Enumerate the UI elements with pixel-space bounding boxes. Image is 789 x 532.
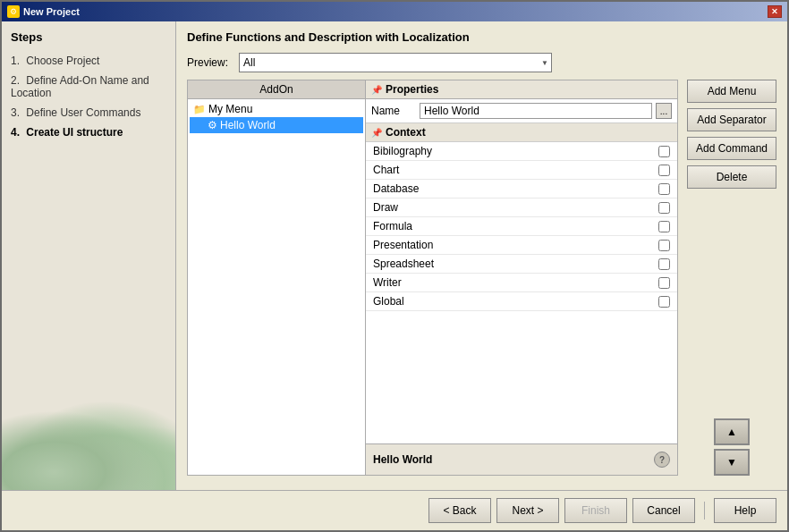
step-3-num: 3.: [11, 106, 20, 119]
context-row-database: Database: [366, 180, 677, 198]
context-draw-label: Draw: [373, 201, 658, 214]
tables-row: AddOn 📁 My Menu ⚙ Hello World: [187, 80, 776, 476]
command-icon: ⚙: [208, 119, 217, 131]
addon-panel: AddOn 📁 My Menu ⚙ Hello World: [187, 80, 366, 476]
context-table: Bibilography Chart Database Draw: [366, 142, 677, 443]
context-row-chart: Chart: [366, 161, 677, 180]
context-global-checkbox[interactable]: [658, 296, 670, 308]
context-global-label: Global: [373, 295, 658, 308]
context-section: 📌 Context: [366, 123, 677, 142]
step-2: 2. Define Add-On Name and Location: [11, 74, 166, 99]
context-row-draw: Draw: [366, 198, 677, 217]
preview-select[interactable]: All: [239, 53, 552, 72]
tree-folder-label: My Menu: [208, 103, 252, 115]
description-area: Hello World ?: [366, 443, 677, 475]
content-area: Steps 1. Choose Project 2. Define Add-On…: [2, 21, 787, 490]
step-3: 3. Define User Commands: [11, 106, 166, 119]
addon-content: 📁 My Menu ⚙ Hello World: [188, 99, 365, 475]
context-writer-checkbox[interactable]: [658, 277, 670, 289]
step-4: 4. Create UI structure: [11, 126, 166, 139]
cancel-button[interactable]: Cancel: [632, 498, 695, 523]
preview-select-wrapper: All: [239, 53, 552, 72]
tree-child-item[interactable]: ⚙ Hello World: [190, 117, 363, 133]
delete-button[interactable]: Delete: [687, 165, 776, 189]
context-row-formula: Formula: [366, 217, 677, 236]
window-title: New Project: [23, 6, 80, 17]
context-chart-label: Chart: [373, 164, 658, 176]
description-help-button[interactable]: ?: [654, 452, 670, 468]
prop-name-label: Name: [371, 105, 416, 117]
properties-title: Properties: [386, 83, 438, 96]
context-row-spreadsheet: Spreadsheet: [366, 255, 677, 274]
properties-name-row: Name ...: [366, 99, 677, 123]
context-spreadsheet-label: Spreadsheet: [373, 258, 658, 270]
folder-icon: 📁: [193, 104, 206, 115]
sidebar-title: Steps: [11, 30, 166, 44]
arrow-buttons: ▲ ▼: [687, 418, 776, 476]
context-label: Context: [386, 126, 426, 139]
preview-label: Preview:: [187, 56, 232, 69]
step-2-label: Define Add-On Name and Location: [11, 74, 149, 99]
window-icon: ⚙: [7, 5, 20, 18]
description-text: Hello World: [373, 453, 432, 466]
properties-panel: 📌 Properties Name ... 📌 Context: [366, 80, 678, 476]
pin-icon: 📌: [371, 85, 382, 95]
sidebar-decoration: [2, 401, 175, 490]
add-menu-button[interactable]: Add Menu: [687, 80, 776, 103]
preview-row: Preview: All: [187, 53, 776, 72]
finish-button[interactable]: Finish: [564, 498, 627, 523]
bottom-bar: < Back Next > Finish Cancel Help: [2, 490, 787, 530]
context-row-bibliography: Bibilography: [366, 142, 677, 161]
step-4-label: Create UI structure: [26, 126, 123, 139]
move-up-button[interactable]: ▲: [714, 418, 750, 445]
move-down-button[interactable]: ▼: [714, 449, 750, 476]
context-bibliography-checkbox[interactable]: [658, 146, 670, 157]
section-title: Define Functions and Description with Lo…: [187, 30, 776, 44]
separator: [704, 502, 705, 519]
step-3-label: Define User Commands: [26, 106, 140, 119]
context-presentation-label: Presentation: [373, 239, 658, 251]
context-database-checkbox[interactable]: [658, 183, 670, 195]
context-database-label: Database: [373, 182, 658, 195]
context-chart-checkbox[interactable]: [658, 165, 670, 176]
context-row-writer: Writer: [366, 274, 677, 292]
context-spreadsheet-checkbox[interactable]: [658, 258, 670, 270]
title-bar: ⚙ New Project ✕: [2, 2, 787, 21]
step-1: 1. Choose Project: [11, 55, 166, 67]
prop-name-input[interactable]: [420, 103, 652, 119]
context-writer-label: Writer: [373, 276, 658, 289]
step-2-num: 2.: [11, 74, 20, 87]
close-button[interactable]: ✕: [768, 5, 782, 18]
context-row-presentation: Presentation: [366, 236, 677, 255]
tree-child-label: Hello World: [220, 119, 276, 131]
tree-folder-item[interactable]: 📁 My Menu: [190, 101, 363, 117]
addon-header: AddOn: [188, 80, 365, 99]
step-1-label: Choose Project: [26, 55, 99, 67]
add-separator-button[interactable]: Add Separator: [687, 108, 776, 131]
properties-header: 📌 Properties: [366, 80, 677, 99]
context-formula-checkbox[interactable]: [658, 221, 670, 232]
main-window: ⚙ New Project ✕ Steps 1. Choose Project …: [0, 0, 789, 532]
main-panel: Define Functions and Description with Lo…: [176, 21, 787, 490]
context-presentation-checkbox[interactable]: [658, 240, 670, 251]
prop-dots-button[interactable]: ...: [656, 103, 672, 119]
context-pin-icon: 📌: [371, 128, 382, 138]
context-draw-checkbox[interactable]: [658, 202, 670, 214]
context-row-global: Global: [366, 292, 677, 311]
next-button[interactable]: Next >: [496, 498, 559, 523]
context-formula-label: Formula: [373, 220, 658, 232]
right-buttons: Add Menu Add Separator Add Command Delet…: [678, 80, 776, 476]
help-button[interactable]: Help: [714, 498, 776, 523]
step-1-num: 1.: [11, 55, 20, 67]
title-bar-left: ⚙ New Project: [7, 5, 80, 18]
sidebar: Steps 1. Choose Project 2. Define Add-On…: [2, 21, 176, 490]
step-4-num: 4.: [11, 126, 20, 139]
context-bibliography-label: Bibilography: [373, 145, 658, 157]
add-command-button[interactable]: Add Command: [687, 137, 776, 160]
steps-list: 1. Choose Project 2. Define Add-On Name …: [11, 55, 166, 139]
back-button[interactable]: < Back: [428, 498, 491, 523]
